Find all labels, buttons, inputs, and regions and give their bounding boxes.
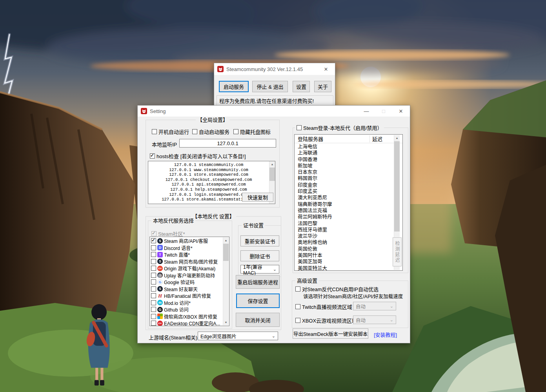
server-row[interactable]: 波兰华沙	[295, 233, 394, 239]
scroll-up-icon[interactable]: ▲	[223, 237, 229, 243]
server-row[interactable]: 韩国首尔	[295, 175, 394, 182]
server-row[interactable]: 中国香港	[295, 157, 394, 163]
server-row[interactable]: 日本东京	[295, 169, 394, 175]
titlebar[interactable]: Steamcommunity 302 Ver.12.1.45 ✕	[214, 63, 335, 75]
service-checkbox[interactable]	[151, 307, 156, 312]
server-row[interactable]: 上海联通	[295, 150, 394, 156]
service-item[interactable]: Google 验证码	[150, 279, 223, 286]
delete-cert-button[interactable]: 删除证书	[240, 250, 279, 261]
minimize-icon[interactable]: —	[360, 107, 372, 115]
server-row[interactable]: 西班牙马德里	[295, 227, 394, 233]
save-settings-button[interactable]: 保存设置	[236, 294, 280, 308]
steam-login-caption[interactable]: Steam登录-本地反代（启用/禁用）	[295, 124, 384, 131]
service-item[interactable]: Origin 游戏下载(Akamai)	[150, 265, 223, 272]
service-item[interactable]: Discord 语音*	[150, 244, 223, 252]
scroll-thumb[interactable]	[269, 168, 275, 181]
steam-login-checkbox[interactable]	[297, 125, 302, 130]
service-checkbox[interactable]	[151, 314, 156, 319]
server-row[interactable]: 美国芝加哥	[295, 259, 394, 265]
twitch-region-row[interactable]: Twitch直播视频流区域	[295, 303, 352, 310]
cert-duration-select[interactable]: 1年(兼容MAC) ⌄	[240, 265, 279, 273]
scroll-thumb[interactable]	[394, 141, 400, 232]
autostart-checkbox[interactable]	[192, 129, 197, 134]
server-row[interactable]: 瑞典斯德哥尔摩	[295, 201, 394, 208]
close-icon[interactable]: ✕	[320, 65, 332, 73]
hosts-check-row[interactable]: hosts检查 [若关闭请手动写入以下条目!]	[150, 152, 246, 160]
titlebar[interactable]: Setting — □ ✕	[138, 106, 410, 117]
stop-exit-button[interactable]: 停止 & 退出	[252, 81, 288, 92]
service-checkbox[interactable]	[151, 238, 156, 243]
server-row[interactable]: 上海电信	[295, 144, 394, 150]
login-server-list[interactable]: 登陆服务器 延迟 上海电信上海联通中国香港新加坡日本东京韩国首尔印度金奈印度孟买…	[294, 134, 403, 271]
service-item[interactable]: Steam 网页布局/图片修复	[150, 258, 223, 265]
listen-ip-input[interactable]	[179, 139, 276, 148]
restart-backend-button[interactable]: 重启后端服务进程	[236, 275, 280, 289]
reinstall-cert-button[interactable]: 重新安装证书	[240, 235, 279, 246]
cancel-close-button[interactable]: 取消并关闭	[236, 313, 280, 327]
service-checkbox[interactable]	[151, 321, 156, 326]
service-list[interactable]: Steam 商店/API/客服Discord 语音*Twitch 直播*Stea…	[149, 237, 229, 326]
about-button[interactable]: 关于	[314, 81, 331, 92]
service-checkbox[interactable]	[151, 245, 156, 250]
hosts-check-checkbox[interactable]	[150, 153, 155, 159]
server-row[interactable]: 新加坡	[295, 163, 394, 169]
twitch-region-value: 自动	[356, 303, 366, 310]
service-checkbox[interactable]	[151, 293, 156, 298]
quick-copy-button[interactable]: 快速复制	[242, 193, 273, 202]
export-steamdeck-button[interactable]: 导出SteamDeck版本一键安装脚本	[293, 328, 368, 339]
service-checkbox[interactable]	[151, 259, 156, 264]
twitch-region-checkbox[interactable]	[295, 304, 300, 309]
service-item[interactable]: Steam 商店/API/客服	[150, 237, 223, 244]
service-item[interactable]: Twitch 直播*	[150, 251, 223, 258]
scroll-thumb[interactable]	[223, 244, 229, 261]
install-tutorial-link[interactable]: [安装教程]	[374, 331, 397, 338]
service-checkbox[interactable]	[151, 266, 156, 271]
server-row[interactable]: 印度金奈	[295, 182, 394, 188]
upstream-domain-select[interactable]: Edge浏览器图片 ⌄	[198, 332, 278, 340]
server-row[interactable]: 印度孟买	[295, 188, 394, 195]
server-row[interactable]: 美国亚特兰大	[295, 265, 394, 271]
scroll-down-icon[interactable]: ▼	[223, 319, 229, 325]
service-item[interactable]: Uplay 客户端更新防劫持	[150, 272, 223, 279]
service-item[interactable]: Steam 好友聊天	[150, 286, 223, 293]
autostart-checkbox-row[interactable]: 自动启动服务	[192, 128, 229, 135]
server-row[interactable]: 奥地利维也纳	[295, 239, 394, 246]
server-row[interactable]: 德国法兰克福	[295, 208, 394, 214]
autorun-checkbox[interactable]	[152, 129, 157, 134]
service-checkbox[interactable]	[151, 286, 156, 292]
settings-button[interactable]: 设置	[293, 81, 310, 92]
start-service-button[interactable]: 启动服务	[219, 81, 249, 92]
maximize-icon[interactable]: □	[378, 107, 389, 115]
service-item[interactable]: Github 访问	[150, 306, 223, 313]
service-label: Steam 网页布局/图片修复	[164, 258, 218, 265]
check-latency-button[interactable]: 检测延迟	[393, 237, 402, 266]
service-label: HB/Fanatical 图片修复	[164, 292, 211, 299]
service-checkbox[interactable]	[151, 252, 156, 257]
service-item[interactable]: EADesktop CDN重定向A...	[150, 320, 223, 326]
autorun-checkbox-row[interactable]: 开机自动运行	[152, 128, 189, 135]
xbox-region-row[interactable]: XBOX云游戏视频流区域	[295, 317, 357, 324]
close-icon[interactable]: ✕	[395, 107, 407, 115]
scroll-up-icon[interactable]: ▲	[394, 135, 400, 141]
service-item[interactable]: 微软商店/XBOX 图片修复	[150, 313, 223, 320]
cdn-auto-ip-checkbox[interactable]	[295, 286, 300, 292]
server-rows: 上海电信上海联通中国香港新加坡日本东京韩国首尔印度金奈印度孟买澳大利亚悉尼瑞典斯…	[295, 144, 394, 271]
scroll-up-icon[interactable]: ▲	[269, 161, 275, 167]
hidetray-checkbox-row[interactable]: 隐藏托盘图标	[233, 128, 271, 135]
service-checkbox[interactable]	[151, 273, 156, 278]
server-row[interactable]: 美国阿什本	[295, 252, 394, 259]
service-checkbox[interactable]	[151, 279, 156, 284]
server-row[interactable]: 澳大利亚悉尼	[295, 195, 394, 201]
xbox-region-checkbox[interactable]	[295, 318, 300, 323]
service-item[interactable]: Mod.io 访问*	[150, 299, 223, 306]
service-item[interactable]: HB/Fanatical 图片修复	[150, 292, 223, 299]
cdn-auto-ip-row[interactable]: 对Steam反代CDN启用IP自动优选	[295, 285, 379, 293]
service-checkbox[interactable]	[151, 300, 156, 305]
service-scrollbar[interactable]: ▲ ▼	[223, 237, 229, 325]
server-row[interactable]: 英国伦敦	[295, 246, 394, 252]
hidetray-checkbox[interactable]	[233, 129, 238, 134]
server-row[interactable]: 法国巴黎	[295, 221, 394, 227]
server-row[interactable]: 荷兰阿姆斯特丹	[295, 214, 394, 220]
hosts-entries-box[interactable]: 127.0.0.1 steamcommunity.com127.0.0.1 ww…	[148, 161, 275, 204]
latency-column-header: 延迟	[370, 135, 382, 142]
